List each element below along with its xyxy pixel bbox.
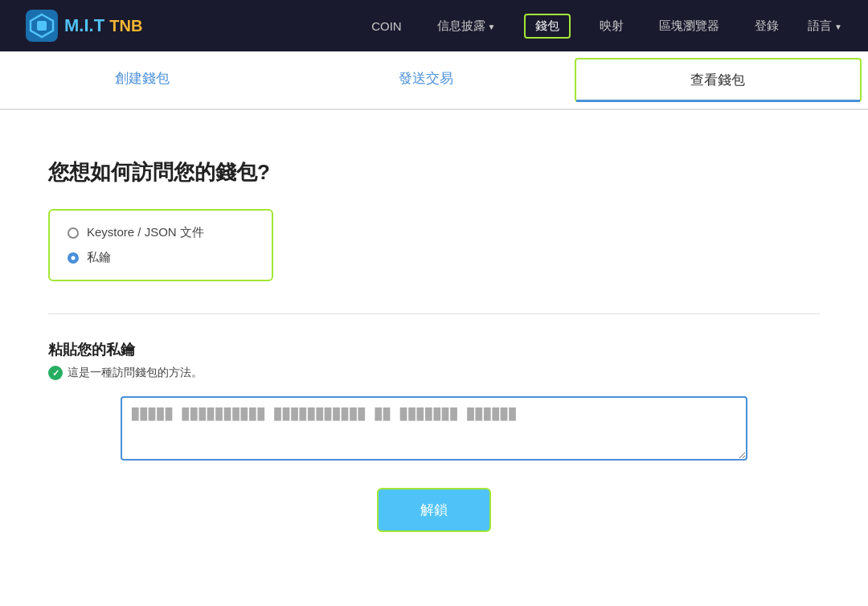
nav-login[interactable]: 登錄 xyxy=(748,15,785,37)
main-content: 您想如何訪問您的錢包? Keystore / JSON 文件 私鑰 粘貼您的私鑰… xyxy=(0,142,868,580)
brand-name: M.I.T TNB xyxy=(64,15,142,36)
radio-privatekey[interactable]: 私鑰 xyxy=(68,250,254,265)
brand: M.I.T TNB xyxy=(26,10,142,42)
nav-language[interactable]: 語言 xyxy=(808,18,842,34)
radio-privatekey-label: 私鑰 xyxy=(87,250,111,265)
radio-keystore[interactable]: Keystore / JSON 文件 xyxy=(68,225,254,240)
tab-create-wallet[interactable]: 創建錢包 xyxy=(0,51,284,109)
radio-privatekey-circle xyxy=(68,252,79,264)
nav-coin[interactable]: COIN xyxy=(365,16,408,36)
pk-textarea[interactable]: █████ ██████████ ███████████ ██ ███████ … xyxy=(121,396,747,461)
nav-info[interactable]: 信息披露 xyxy=(431,15,502,37)
section-divider xyxy=(48,313,820,314)
navbar: M.I.T TNB COIN 信息披露 錢包 映射 區塊瀏覽器 登錄 語言 xyxy=(0,0,868,51)
check-icon xyxy=(48,366,63,380)
privatekey-section: 粘貼您的私鑰 這是一種訪問錢包的方法。 █████ ██████████ ███… xyxy=(48,340,820,532)
pk-title: 粘貼您的私鑰 xyxy=(48,340,820,359)
access-method-box: Keystore / JSON 文件 私鑰 xyxy=(48,209,273,281)
nav-mapping[interactable]: 映射 xyxy=(593,15,630,37)
unlock-button[interactable]: 解鎖 xyxy=(377,488,491,532)
pk-note: 這是一種訪問錢包的方法。 xyxy=(48,366,820,380)
nav-explorer[interactable]: 區塊瀏覽器 xyxy=(653,15,726,37)
pk-input-wrapper: █████ ██████████ ███████████ ██ ███████ … xyxy=(121,396,747,464)
tab-send-transaction[interactable]: 發送交易 xyxy=(284,51,567,109)
unlock-button-wrapper: 解鎖 xyxy=(48,488,820,532)
tab-view-wallet[interactable]: 查看錢包 xyxy=(575,58,862,102)
pk-note-text: 這是一種訪問錢包的方法。 xyxy=(68,366,203,380)
nav-wallet[interactable]: 錢包 xyxy=(524,14,571,39)
tab-active-indicator xyxy=(576,100,860,102)
brand-logo-icon xyxy=(26,10,58,42)
svg-rect-2 xyxy=(37,21,47,31)
radio-keystore-label: Keystore / JSON 文件 xyxy=(87,225,204,240)
access-question: 您想如何訪問您的錢包? xyxy=(48,158,820,186)
radio-keystore-circle xyxy=(68,227,79,239)
tabs-bar: 創建錢包 發送交易 查看錢包 xyxy=(0,51,868,110)
navbar-links: COIN 信息披露 錢包 映射 區塊瀏覽器 登錄 語言 xyxy=(365,14,842,39)
